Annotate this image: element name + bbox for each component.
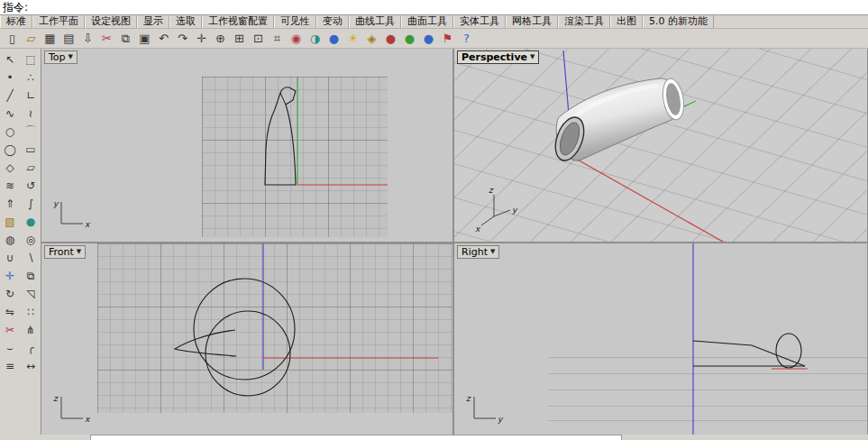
viewport-tab-perspective[interactable]: Perspective ▼ bbox=[457, 50, 539, 64]
undo-icon[interactable]: ↶ bbox=[155, 30, 172, 47]
help-icon[interactable]: ? bbox=[458, 30, 475, 47]
viewport-tab-front[interactable]: Front ▼ bbox=[44, 245, 86, 259]
split-icon[interactable]: ⋔ bbox=[22, 321, 41, 338]
line-icon[interactable]: ╱ bbox=[1, 87, 20, 104]
grid-snap-icon[interactable]: ⌗ bbox=[269, 30, 286, 47]
viewport-front[interactable]: z x Front ▼ bbox=[41, 243, 452, 435]
chevron-down-icon[interactable]: ▼ bbox=[530, 51, 535, 63]
copy-icon[interactable]: ⧉ bbox=[117, 30, 134, 47]
menu-new-in-v5[interactable]: 5.0 的新功能 bbox=[643, 15, 714, 28]
chevron-down-icon[interactable]: ▼ bbox=[77, 246, 81, 258]
trim-icon[interactable]: ✂ bbox=[1, 321, 20, 338]
new-file-icon[interactable]: ▯ bbox=[4, 30, 21, 47]
chevron-down-icon[interactable]: ▼ bbox=[490, 246, 495, 258]
right-viewport-canvas[interactable]: z y bbox=[454, 243, 867, 435]
viewport-right[interactable]: z y Right ▼ bbox=[454, 243, 867, 435]
profile-top-curve[interactable] bbox=[693, 341, 805, 366]
top-viewport-canvas[interactable]: y x bbox=[41, 49, 452, 242]
tube-outline-curve[interactable] bbox=[265, 87, 296, 185]
chevron-down-icon[interactable]: ▼ bbox=[69, 51, 73, 63]
zoom-extents-icon[interactable]: ⊡ bbox=[250, 30, 267, 47]
polygon-icon[interactable]: ◇ bbox=[1, 159, 20, 176]
menu-cplane[interactable]: 工作平面 bbox=[32, 15, 85, 28]
menu-surface-tools[interactable]: 曲面工具 bbox=[401, 15, 453, 28]
select-pointer-icon[interactable]: ↖ bbox=[1, 50, 20, 68]
menu-visibility[interactable]: 可见性 bbox=[274, 15, 316, 28]
viewport-tab-right[interactable]: Right ▼ bbox=[457, 245, 499, 259]
spotlight-icon[interactable]: ☀ bbox=[344, 30, 361, 47]
menu-viewport-layout[interactable]: 工作视窗配置 bbox=[202, 15, 274, 28]
aim-target-icon[interactable]: ◉ bbox=[288, 30, 305, 47]
menu-mesh-tools[interactable]: 网格工具 bbox=[506, 15, 558, 28]
zoom-dynamic-icon[interactable]: ⊕ bbox=[212, 30, 229, 47]
small-circle-curve[interactable] bbox=[206, 311, 290, 396]
box-icon[interactable]: ▧ bbox=[1, 213, 20, 230]
menu-solid-tools[interactable]: 实体工具 bbox=[453, 15, 506, 28]
curve-icon[interactable]: ∿ bbox=[1, 105, 20, 122]
shaded-display-icon[interactable]: ◑ bbox=[306, 30, 324, 47]
sphere-red-icon[interactable]: ● bbox=[382, 30, 399, 47]
revolve-icon[interactable]: ↺ bbox=[22, 177, 41, 194]
dimension-icon[interactable]: ↔ bbox=[22, 357, 41, 374]
paste-icon[interactable]: ▣ bbox=[136, 30, 153, 47]
point-icon[interactable]: • bbox=[1, 69, 20, 86]
join-icon[interactable]: ⌣ bbox=[1, 339, 20, 356]
menu-transform[interactable]: 变动 bbox=[316, 15, 349, 28]
print-icon[interactable]: ▤ bbox=[60, 30, 78, 47]
profile-ellipse-curve[interactable] bbox=[776, 334, 801, 368]
menu-standard[interactable]: 标准 bbox=[0, 15, 32, 28]
fillet-icon[interactable]: ╭ bbox=[22, 339, 41, 356]
save-icon[interactable]: ▦ bbox=[41, 30, 59, 47]
copy-object-icon[interactable]: ⧉ bbox=[22, 267, 41, 284]
zoom-window-icon[interactable]: ⊞ bbox=[231, 30, 248, 47]
array-icon[interactable]: ∷ bbox=[22, 303, 41, 320]
viewport-perspective[interactable]: z y x Perspective ▼ bbox=[454, 49, 867, 242]
sweep-icon[interactable]: ∫ bbox=[22, 195, 41, 212]
open-file-icon[interactable]: ▱ bbox=[23, 30, 40, 47]
loft-surface-icon[interactable]: ≋ bbox=[1, 177, 20, 194]
pan-icon[interactable]: ✛ bbox=[193, 30, 210, 47]
menu-curve-tools[interactable]: 曲线工具 bbox=[349, 15, 401, 28]
shaded-tube-object[interactable] bbox=[550, 77, 687, 164]
menu-display[interactable]: 显示 bbox=[137, 15, 169, 28]
menu-select[interactable]: 选取 bbox=[169, 15, 202, 28]
cylinder-icon[interactable]: ◍ bbox=[1, 231, 20, 248]
move-icon[interactable]: ✛ bbox=[1, 267, 20, 284]
ellipse-icon[interactable]: ◯ bbox=[1, 141, 20, 158]
extrude-icon[interactable]: ⇑ bbox=[1, 195, 20, 212]
polyline-icon[interactable]: ∟ bbox=[22, 87, 41, 104]
scale-icon[interactable]: ◹ bbox=[22, 285, 41, 302]
rotate-icon[interactable]: ↻ bbox=[1, 285, 20, 302]
cut-icon[interactable]: ✂ bbox=[98, 30, 115, 47]
helix-icon[interactable]: ≀ bbox=[22, 105, 41, 122]
selection-brush-icon[interactable]: ⬚ bbox=[22, 50, 41, 68]
mirror-icon[interactable]: ⇋ bbox=[1, 303, 20, 320]
rectangle-icon[interactable]: ▭ bbox=[22, 141, 41, 158]
front-viewport-canvas[interactable]: z x bbox=[41, 243, 452, 435]
circle-icon[interactable]: ○ bbox=[1, 123, 20, 140]
point-cloud-icon[interactable]: ∴ bbox=[22, 69, 41, 86]
export-icon[interactable]: ⇩ bbox=[79, 30, 96, 47]
sphere-blue-icon[interactable]: ● bbox=[420, 30, 437, 47]
viewport-top[interactable]: y x Top ▼ bbox=[41, 49, 452, 242]
tube-inner-edge-curve[interactable] bbox=[280, 93, 286, 105]
redo-icon[interactable]: ↷ bbox=[174, 30, 191, 47]
menu-render-tools[interactable]: 渲染工具 bbox=[558, 15, 610, 28]
menu-drafting[interactable]: 出图 bbox=[610, 15, 643, 28]
arc-icon[interactable]: ⌒ bbox=[22, 123, 41, 140]
viewport-tab-top[interactable]: Top ▼ bbox=[44, 50, 78, 64]
flag-icon[interactable]: ⚑ bbox=[439, 30, 456, 47]
menu-set-view[interactable]: 设定视图 bbox=[85, 15, 137, 28]
boolean-union-icon[interactable]: ∪ bbox=[1, 249, 20, 266]
sphere-icon[interactable]: ● bbox=[22, 213, 41, 230]
lock-icon[interactable]: ◈ bbox=[363, 30, 380, 47]
boolean-difference-icon[interactable]: ∖ bbox=[22, 249, 41, 266]
plane-surface-icon[interactable]: ▱ bbox=[22, 159, 41, 176]
render-preview-icon[interactable]: ● bbox=[325, 30, 343, 47]
perspective-viewport-canvas[interactable]: z y x bbox=[454, 49, 867, 242]
offset-icon[interactable]: ≡ bbox=[1, 357, 20, 374]
pipe-icon[interactable]: ◎ bbox=[22, 231, 41, 248]
large-circle-curve[interactable] bbox=[194, 279, 295, 380]
command-history-line[interactable]: 指令: bbox=[0, 0, 868, 15]
sphere-green-icon[interactable]: ● bbox=[401, 30, 418, 47]
